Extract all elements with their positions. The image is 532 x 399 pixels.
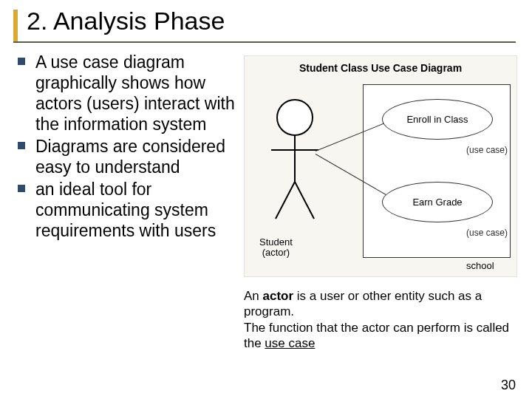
page-title: 2. Analysis Phase [13,7,519,35]
bullet-icon [18,185,25,192]
title-accent-bar [13,10,18,42]
bullet-text: Diagrams are considered easy to understa… [35,136,240,177]
svg-line-4 [295,182,314,219]
page-number: 30 [501,378,516,393]
svg-point-0 [277,100,313,135]
actor-label: Student (actor) [259,237,293,259]
use-case-tag: (use case) [466,145,508,155]
bullet-text: an ideal tool for communicating system r… [35,179,240,241]
diagram-caption: An actor is a user or other entity such … [244,288,521,351]
bullet-icon [18,142,25,149]
use-case-ellipse: Earn Grade [382,182,493,222]
list-item: Diagrams are considered easy to understa… [15,136,240,177]
list-item: an ideal tool for communicating system r… [15,179,240,241]
use-case-label: Earn Grade [412,197,462,208]
bullet-icon [18,58,25,65]
use-case-diagram: Student Class Use Case Diagram school En… [244,55,517,277]
use-case-label: Enroll in Class [406,114,468,125]
bullet-list: A use case diagram graphically shows how… [15,52,240,242]
svg-line-3 [276,182,295,219]
title-underline [13,41,516,43]
bullet-text: A use case diagram graphically shows how… [35,52,240,134]
use-case-ellipse: Enroll in Class [382,99,493,140]
diagram-title: Student Class Use Case Diagram [245,62,516,74]
system-boundary-label: school [466,260,494,271]
use-case-tag: (use case) [466,228,508,238]
list-item: A use case diagram graphically shows how… [15,52,240,134]
actor-stick-figure [265,97,324,237]
